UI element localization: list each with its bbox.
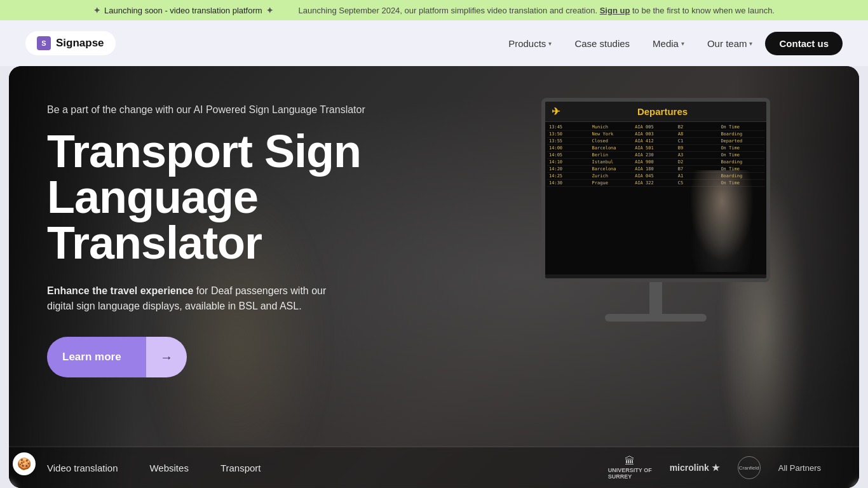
board-title: Departures (565, 106, 760, 117)
nav-item-media[interactable]: Media ▾ (642, 33, 695, 54)
nav-products-label: Products (508, 38, 546, 49)
arrow-right-icon: → (146, 337, 187, 377)
cookie-consent-button[interactable]: 🍪 (13, 452, 36, 475)
chevron-down-icon: ▾ (548, 40, 552, 47)
bottom-bar: Video translation Websites Transport 🏛 U… (9, 447, 859, 488)
bottom-nav-transport[interactable]: Transport (220, 463, 261, 473)
announcement-right-suffix: to be the first to know when we launch. (632, 6, 775, 15)
announcement-right-prefix: Launching September 2024, our platform s… (299, 6, 597, 15)
bottom-navigation: Video translation Websites Transport (47, 463, 261, 473)
board-row: 13:45MunichAIA 005B2On Time (547, 124, 764, 131)
learn-more-label: Learn more (47, 337, 146, 377)
nav-case-studies-label: Case studies (574, 38, 630, 49)
nav-item-our-team[interactable]: Our team ▾ (697, 33, 763, 54)
learn-more-button[interactable]: Learn more → (47, 337, 187, 377)
microlink-logo: microlink ★ (670, 463, 720, 473)
logo[interactable]: S Signapse (25, 31, 116, 55)
hero-title: Transport Sign Language Translator (47, 128, 428, 266)
bottom-nav-video-translation[interactable]: Video translation (47, 463, 118, 473)
hero-content: Be a part of the change with our AI Powe… (47, 104, 428, 377)
board-stand (649, 282, 662, 314)
announcement-right: Launching September 2024, our platform s… (299, 6, 775, 15)
board-row: 13:50New YorkAIA 003A8Boarding (547, 131, 764, 138)
board-frame: ✈ Departures 13:45MunichAIA 005B2On Time… (541, 98, 770, 282)
board-header: ✈ Departures (545, 102, 766, 122)
navbar: S Signapse Products ▾ Case studies Media… (0, 20, 868, 66)
board-row: 14:05BerlinAIA 230A3On Time (547, 152, 764, 159)
logo-icon: S (37, 36, 51, 50)
board-logo-icon: ✈ (552, 105, 560, 118)
chevron-down-icon-team: ▾ (749, 40, 752, 47)
board-row: 14:10IstanbulAIA 900D2Boarding (547, 159, 764, 166)
sign-language-person (684, 170, 760, 272)
logo-text: Signapse (56, 37, 104, 50)
plus-right-icon: ✦ (266, 6, 273, 15)
hero-section: ✈ Departures 13:45MunichAIA 005B2On Time… (9, 66, 859, 488)
hero-title-line2: Language Translator (47, 172, 262, 268)
surrey-logo: 🏛 UNIVERSITY OFSURREY (608, 456, 652, 480)
nav-item-products[interactable]: Products ▾ (498, 33, 562, 54)
nav-links: Products ▾ Case studies Media ▾ Our team… (498, 32, 843, 55)
board-row: 13:55ClosedAIA 412C1Departed (547, 138, 764, 145)
cranfield-text: Cranfield (739, 465, 759, 471)
board-row: 14:00BarcelonaAIA 501B9On Time (547, 145, 764, 152)
hero-subtitle: Be a part of the change with our AI Powe… (47, 104, 428, 116)
board-base (605, 314, 707, 322)
plus-left-icon: ✦ (93, 6, 100, 15)
partner-logos: 🏛 UNIVERSITY OFSURREY microlink ★ Cranfi… (608, 456, 821, 480)
nav-media-label: Media (653, 38, 679, 49)
chevron-down-icon-media: ▾ (681, 40, 684, 47)
bottom-nav-websites[interactable]: Websites (149, 463, 188, 473)
contact-button[interactable]: Contact us (765, 32, 843, 55)
nav-team-label: Our team (707, 38, 747, 49)
announcement-left: ✦ Launching soon - video translation pla… (93, 6, 273, 15)
sign-up-link[interactable]: Sign up (600, 6, 630, 15)
hero-description: Enhance the travel experience for Deaf p… (47, 283, 327, 314)
microlink-text: microlink ★ (670, 463, 720, 473)
hero-description-bold: Enhance the travel experience (47, 285, 193, 296)
surrey-name: UNIVERSITY OFSURREY (608, 467, 652, 480)
announcement-left-text: Launching soon - video translation platf… (104, 6, 262, 15)
hero-title-line1: Transport Sign (47, 126, 361, 177)
nav-item-case-studies[interactable]: Case studies (564, 33, 640, 54)
announcement-bar: ✦ Launching soon - video translation pla… (0, 0, 868, 20)
cranfield-logo: Cranfield (738, 456, 761, 479)
departures-board: ✈ Departures 13:45MunichAIA 005B2On Time… (541, 98, 770, 320)
all-partners-link[interactable]: All Partners (778, 463, 821, 473)
